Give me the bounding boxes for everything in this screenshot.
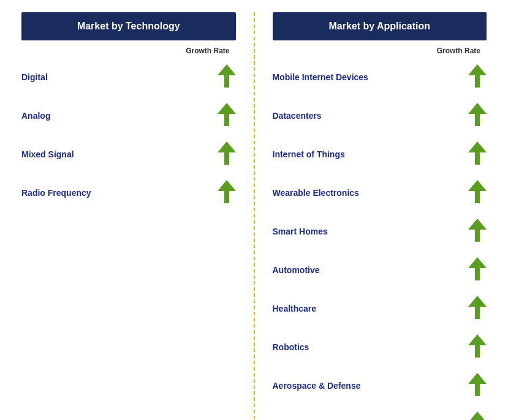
arrow-col bbox=[462, 219, 487, 244]
svg-marker-16 bbox=[468, 219, 487, 230]
item-label: Aerospace & Defense bbox=[273, 381, 361, 391]
green-up-arrow-icon bbox=[218, 103, 236, 126]
svg-marker-0 bbox=[218, 64, 236, 75]
main-container: Market by Technology Growth Rate Digital… bbox=[12, 12, 496, 420]
svg-marker-20 bbox=[468, 296, 487, 307]
item-label: Analog bbox=[21, 111, 50, 121]
svg-marker-10 bbox=[468, 103, 487, 114]
list-item: Healthcare bbox=[273, 290, 487, 328]
green-up-arrow-icon bbox=[468, 334, 487, 358]
arrow-col bbox=[462, 141, 487, 167]
svg-marker-4 bbox=[218, 141, 236, 152]
svg-marker-14 bbox=[468, 180, 487, 191]
svg-marker-26 bbox=[468, 411, 487, 420]
svg-marker-12 bbox=[468, 141, 487, 152]
green-up-arrow-icon bbox=[218, 180, 236, 203]
arrow-col bbox=[211, 103, 236, 129]
green-up-arrow-icon bbox=[468, 411, 487, 420]
list-item: Datacenters bbox=[273, 97, 487, 135]
item-label: Robotics bbox=[273, 342, 309, 352]
list-item: Automotive bbox=[273, 251, 487, 290]
green-up-arrow-icon bbox=[468, 219, 487, 242]
green-up-arrow-icon bbox=[468, 180, 487, 203]
list-item: Robotics bbox=[273, 328, 487, 367]
list-item: Digital bbox=[21, 58, 236, 97]
item-label: Healthcare bbox=[273, 304, 317, 313]
list-item: Analog bbox=[21, 97, 236, 135]
green-up-arrow-icon bbox=[218, 64, 236, 88]
item-label: Smart Homes bbox=[273, 227, 328, 236]
svg-rect-19 bbox=[475, 268, 480, 280]
item-label: Datacenters bbox=[273, 111, 322, 121]
list-item: Radio Frequency bbox=[21, 174, 236, 212]
item-label: Internet of Things bbox=[273, 149, 345, 159]
green-up-arrow-icon bbox=[218, 141, 236, 165]
svg-rect-15 bbox=[475, 191, 480, 203]
arrow-col bbox=[462, 373, 487, 399]
svg-rect-13 bbox=[475, 152, 480, 165]
svg-marker-24 bbox=[468, 373, 487, 384]
right-growth-rate-label: Growth Rate bbox=[273, 47, 487, 55]
svg-rect-9 bbox=[475, 75, 480, 88]
arrow-col bbox=[462, 64, 487, 90]
green-up-arrow-icon bbox=[468, 64, 487, 88]
item-label: Digital bbox=[21, 72, 48, 82]
green-up-arrow-icon bbox=[468, 141, 487, 165]
list-item: Others bbox=[273, 405, 487, 420]
svg-rect-3 bbox=[224, 114, 229, 126]
arrow-col bbox=[462, 296, 487, 321]
green-up-arrow-icon bbox=[468, 296, 487, 319]
left-panel-header: Market by Technology bbox=[21, 12, 236, 40]
right-items-list: Mobile Internet Devices Datacenters Inte… bbox=[273, 58, 487, 420]
list-item: Internet of Things bbox=[273, 135, 487, 174]
arrow-col bbox=[462, 411, 487, 420]
arrow-col bbox=[462, 180, 487, 206]
svg-rect-25 bbox=[475, 384, 480, 396]
svg-rect-5 bbox=[224, 152, 229, 165]
list-item: Mobile Internet Devices bbox=[273, 58, 487, 97]
svg-rect-1 bbox=[224, 75, 229, 88]
green-up-arrow-icon bbox=[468, 373, 487, 396]
arrow-col bbox=[211, 141, 236, 167]
arrow-col bbox=[211, 64, 236, 90]
svg-rect-23 bbox=[475, 345, 480, 358]
item-label: Wearable Electronics bbox=[273, 188, 359, 198]
svg-marker-22 bbox=[468, 334, 487, 345]
left-growth-rate-label: Growth Rate bbox=[21, 47, 236, 55]
left-panel: Market by Technology Growth Rate Digital… bbox=[12, 12, 254, 420]
svg-rect-7 bbox=[224, 191, 229, 203]
arrow-col bbox=[211, 180, 236, 206]
right-panel: Market by Application Growth Rate Mobile… bbox=[254, 12, 496, 420]
svg-marker-8 bbox=[468, 64, 487, 75]
item-label: Radio Frequency bbox=[21, 188, 91, 198]
right-panel-header: Market by Application bbox=[273, 12, 487, 40]
list-item: Wearable Electronics bbox=[273, 174, 487, 212]
list-item: Aerospace & Defense bbox=[273, 367, 487, 405]
arrow-col bbox=[462, 103, 487, 129]
item-label: Mixed Signal bbox=[21, 149, 74, 159]
list-item: Mixed Signal bbox=[21, 135, 236, 174]
arrow-col bbox=[462, 257, 487, 283]
green-up-arrow-icon bbox=[468, 103, 487, 126]
svg-marker-2 bbox=[218, 103, 236, 114]
svg-rect-21 bbox=[475, 307, 480, 319]
svg-rect-17 bbox=[475, 230, 480, 242]
svg-marker-18 bbox=[468, 257, 487, 268]
list-item: Smart Homes bbox=[273, 212, 487, 251]
svg-marker-6 bbox=[218, 180, 236, 191]
item-label: Mobile Internet Devices bbox=[273, 72, 368, 82]
item-label: Automotive bbox=[273, 265, 320, 275]
divider bbox=[254, 12, 255, 420]
arrow-col bbox=[462, 334, 487, 360]
svg-rect-11 bbox=[475, 114, 480, 126]
green-up-arrow-icon bbox=[468, 257, 487, 280]
left-items-list: Digital Analog Mixed Signal Radio Freque… bbox=[21, 58, 236, 212]
